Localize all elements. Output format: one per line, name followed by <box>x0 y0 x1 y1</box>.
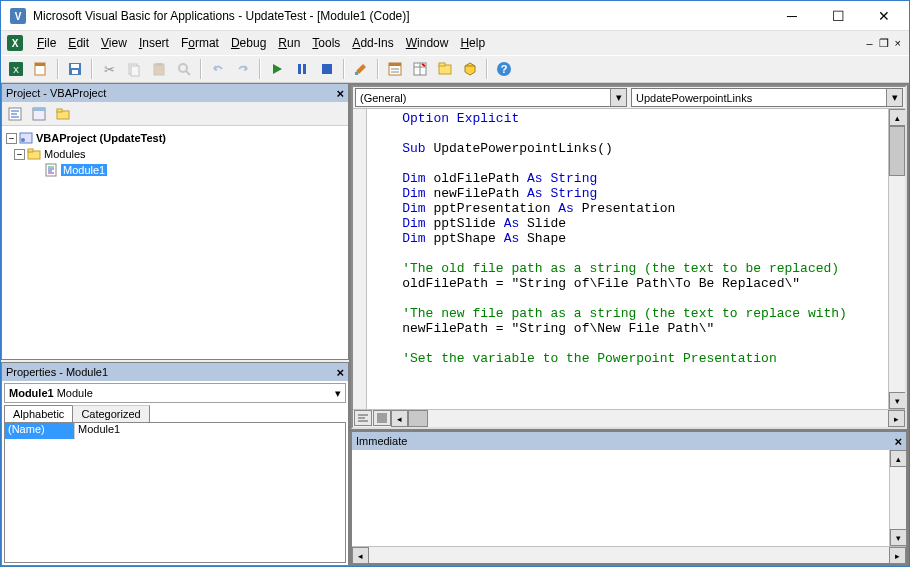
menu-file[interactable]: File <box>31 33 62 53</box>
find-icon[interactable] <box>173 58 195 80</box>
tree-module1[interactable]: Module1 <box>6 162 344 178</box>
project-explorer-icon[interactable] <box>384 58 406 80</box>
scroll-thumb[interactable] <box>889 126 905 176</box>
scroll-down-icon[interactable]: ▾ <box>889 392 905 409</box>
toggle-folders-icon[interactable] <box>52 103 74 125</box>
svg-rect-9 <box>71 64 79 68</box>
svg-text:V: V <box>15 11 22 22</box>
project-tree[interactable]: − VBAProject (UpdateTest) − Modules Modu… <box>2 126 348 359</box>
scroll-up-icon[interactable]: ▴ <box>890 450 907 467</box>
design-mode-icon[interactable] <box>350 58 372 80</box>
menu-format[interactable]: Format <box>175 33 225 53</box>
properties-icon[interactable] <box>409 58 431 80</box>
svg-line-17 <box>186 71 190 75</box>
full-module-view-icon[interactable] <box>373 410 391 426</box>
vertical-scrollbar[interactable]: ▴ ▾ <box>888 109 905 409</box>
svg-rect-13 <box>131 66 139 76</box>
collapse-icon[interactable]: − <box>14 149 25 160</box>
scroll-right-icon[interactable]: ▸ <box>889 547 906 564</box>
menu-edit[interactable]: Edit <box>62 33 95 53</box>
project-icon <box>19 131 33 145</box>
svg-rect-45 <box>28 149 33 152</box>
menu-addins[interactable]: Add-Ins <box>346 33 399 53</box>
mdi-restore[interactable]: ❐ <box>879 37 889 50</box>
svg-rect-46 <box>46 164 56 176</box>
property-row[interactable]: (Name) Module1 <box>5 423 345 439</box>
chevron-down-icon: ▾ <box>886 89 902 106</box>
toolbar: X ✂ ? <box>1 55 909 83</box>
property-value[interactable]: Module1 <box>75 423 345 439</box>
scroll-down-icon[interactable]: ▾ <box>890 529 907 546</box>
titlebar: V Microsoft Visual Basic for Application… <box>1 1 909 31</box>
break-icon[interactable] <box>291 58 313 80</box>
menu-view[interactable]: View <box>95 33 133 53</box>
scroll-up-icon[interactable]: ▴ <box>889 109 905 126</box>
menu-tools[interactable]: Tools <box>306 33 346 53</box>
insert-module-icon[interactable] <box>30 58 52 80</box>
toolbox-icon[interactable] <box>459 58 481 80</box>
copy-icon[interactable] <box>123 58 145 80</box>
reset-icon[interactable] <box>316 58 338 80</box>
immediate-input[interactable] <box>352 450 889 546</box>
properties-object-combo[interactable]: Module1 Module ▾ <box>4 383 346 403</box>
procedure-view-icon[interactable] <box>354 410 372 426</box>
menu-insert[interactable]: Insert <box>133 33 175 53</box>
close-button[interactable]: ✕ <box>861 2 907 30</box>
properties-panel-title: Properties - Module1 <box>6 366 336 378</box>
redo-icon[interactable] <box>232 58 254 80</box>
app-icon: V <box>9 7 27 25</box>
vertical-scrollbar[interactable]: ▴ ▾ <box>889 450 906 546</box>
svg-text:?: ? <box>501 63 508 75</box>
tree-project-root[interactable]: − VBAProject (UpdateTest) <box>6 130 344 146</box>
help-icon[interactable]: ? <box>493 58 515 80</box>
horizontal-scrollbar[interactable]: ◂ ▸ <box>352 546 906 563</box>
scroll-thumb[interactable] <box>408 410 428 427</box>
properties-window: Properties - Module1 × Module1 Module ▾ … <box>1 362 349 566</box>
svg-rect-10 <box>72 70 78 74</box>
svg-point-43 <box>21 138 25 142</box>
svg-rect-21 <box>355 72 358 75</box>
mdi-minimize[interactable]: – <box>866 37 872 50</box>
save-icon[interactable] <box>64 58 86 80</box>
svg-rect-7 <box>35 63 45 66</box>
view-object-icon[interactable] <box>28 103 50 125</box>
minimize-button[interactable]: ─ <box>769 2 815 30</box>
svg-text:X: X <box>12 38 19 49</box>
undo-icon[interactable] <box>207 58 229 80</box>
tab-categorized[interactable]: Categorized <box>72 405 149 422</box>
collapse-icon[interactable]: − <box>6 133 17 144</box>
cut-icon[interactable]: ✂ <box>98 58 120 80</box>
svg-text:✂: ✂ <box>104 62 115 77</box>
project-close-icon[interactable]: × <box>336 86 344 101</box>
excel-icon[interactable]: X <box>7 35 23 51</box>
view-code-icon[interactable] <box>4 103 26 125</box>
svg-rect-19 <box>303 64 306 74</box>
paste-icon[interactable] <box>148 58 170 80</box>
scroll-left-icon[interactable]: ◂ <box>352 547 369 564</box>
properties-grid[interactable]: (Name) Module1 <box>4 422 346 563</box>
object-browser-icon[interactable] <box>434 58 456 80</box>
properties-close-icon[interactable]: × <box>336 365 344 380</box>
svg-rect-23 <box>389 63 401 66</box>
scroll-right-icon[interactable]: ▸ <box>888 410 905 427</box>
code-editor[interactable]: Option Explicit Sub UpdatePowerpointLink… <box>367 109 888 409</box>
chevron-down-icon: ▾ <box>335 387 341 400</box>
maximize-button[interactable]: ☐ <box>815 2 861 30</box>
menu-window[interactable]: Window <box>400 33 455 53</box>
object-dropdown[interactable]: (General)▾ <box>355 88 627 107</box>
menu-help[interactable]: Help <box>454 33 491 53</box>
run-icon[interactable] <box>266 58 288 80</box>
horizontal-scrollbar[interactable]: ◂ ▸ <box>391 410 905 427</box>
menu-debug[interactable]: Debug <box>225 33 272 53</box>
svg-rect-39 <box>33 108 45 111</box>
svg-rect-41 <box>57 109 62 112</box>
procedure-dropdown[interactable]: UpdatePowerpointLinks▾ <box>631 88 903 107</box>
tree-folder-modules[interactable]: − Modules <box>6 146 344 162</box>
view-excel-icon[interactable]: X <box>5 58 27 80</box>
immediate-close-icon[interactable]: × <box>894 434 902 449</box>
menu-run[interactable]: Run <box>272 33 306 53</box>
tab-alphabetic[interactable]: Alphabetic <box>4 405 73 422</box>
scroll-left-icon[interactable]: ◂ <box>391 410 408 427</box>
svg-point-16 <box>179 64 187 72</box>
mdi-close[interactable]: × <box>895 37 901 50</box>
